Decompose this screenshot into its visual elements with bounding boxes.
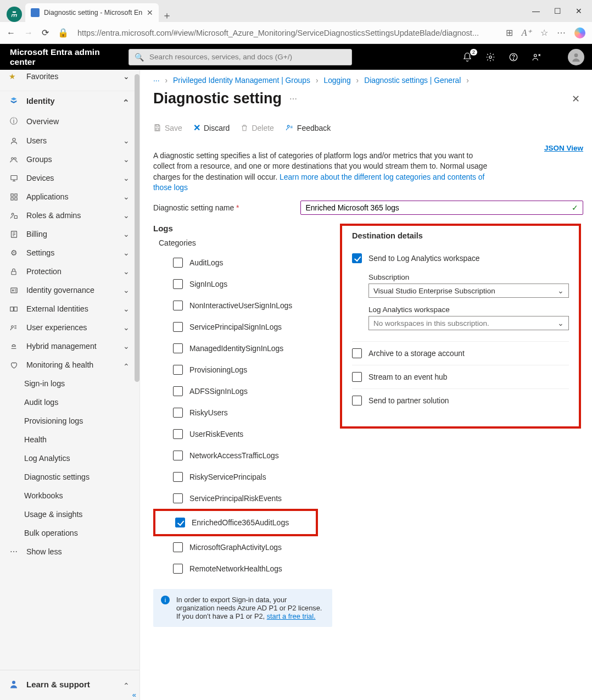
sidebar-scrollbar[interactable] [133, 70, 140, 394]
checkbox-RemoteNetworkHealthLogs[interactable] [173, 564, 183, 574]
checkbox-log-analytics[interactable] [352, 253, 362, 263]
sidebar-sub-bulk-operations[interactable]: Bulk operations [0, 524, 139, 542]
sidebar-item-applications[interactable]: Applications⌄ [0, 187, 139, 206]
browser-menu-icon[interactable]: ⋯ [557, 27, 566, 38]
sidebar-sub-log-analytics[interactable]: Log Analytics [0, 449, 139, 468]
log-category-RiskyUsers[interactable]: RiskyUsers [153, 402, 340, 423]
sidebar-sub-usage-insights[interactable]: Usage & insights [0, 505, 139, 524]
sidebar-collapse-icon[interactable]: « [132, 691, 136, 699]
tab-close-icon[interactable]: ✕ [147, 8, 153, 17]
dest-archive-storage[interactable]: Archive to a storage account [352, 342, 569, 365]
checkbox-eventhub[interactable] [352, 372, 362, 382]
json-view-link[interactable]: JSON View [544, 144, 583, 152]
log-category-UserRiskEvents[interactable]: UserRiskEvents [153, 423, 340, 445]
breadcrumb-link-logging[interactable]: Logging [323, 76, 350, 85]
notifications-icon[interactable]: 2 [462, 52, 472, 62]
sidebar-section-identity[interactable]: Identity [0, 91, 139, 111]
blade-close-icon[interactable]: ✕ [572, 93, 580, 105]
checkbox-AuditLogs[interactable] [173, 258, 183, 268]
checkbox-ADFSSignInLogs[interactable] [173, 386, 183, 396]
log-category-ServicePrincipalSignInLogs[interactable]: ServicePrincipalSignInLogs [153, 316, 340, 337]
checkbox-NonInteractiveUserSignInLogs[interactable] [173, 301, 183, 310]
sidebar-sub-audit-logs[interactable]: Audit logs [0, 393, 139, 412]
sidebar-item-userexp[interactable]: User experiences⌄ [0, 318, 139, 337]
help-icon[interactable] [509, 52, 518, 62]
checkbox-ProvisioningLogs[interactable] [173, 365, 183, 375]
workspace-dropdown[interactable]: No workspaces in this subscription.⌄ [368, 316, 569, 330]
discard-button[interactable]: ✕Discard [193, 123, 230, 133]
sidebar-sub-health[interactable]: Health [0, 430, 139, 449]
checkbox-ManagedIdentitySignInLogs[interactable] [173, 343, 183, 353]
sidebar-sub-signin-logs[interactable]: Sign-in logs [0, 374, 139, 393]
checkbox-ServicePrincipalSignInLogs[interactable] [173, 322, 183, 332]
sidebar-item-devices[interactable]: Devices⌄ [0, 169, 139, 187]
setting-name-input[interactable] [305, 204, 572, 212]
sidebar-sub-workbooks[interactable]: Workbooks [0, 486, 139, 505]
title-more-icon[interactable]: ⋯ [289, 95, 297, 103]
log-category-NonInteractiveUserSignInLogs[interactable]: NonInteractiveUserSignInLogs [153, 295, 340, 316]
sidebar-item-groups[interactable]: Groups⌄ [0, 150, 139, 169]
feedback-person-icon[interactable] [532, 52, 541, 62]
log-category-EnrichedOffice365AuditLogs[interactable]: EnrichedOffice365AuditLogs [153, 509, 318, 536]
log-category-NetworkAccessTrafficLogs[interactable]: NetworkAccessTrafficLogs [153, 445, 340, 466]
sidebar-item-users[interactable]: Users⌄ [0, 131, 139, 150]
window-close-icon[interactable]: ✕ [576, 7, 582, 15]
dest-log-analytics[interactable]: Send to Log Analytics workspace [352, 247, 569, 265]
user-avatar[interactable] [568, 49, 584, 65]
browser-refresh-icon[interactable]: ⟳ [42, 27, 49, 38]
sidebar-item-roles[interactable]: Roles & admins⌄ [0, 206, 139, 225]
breadcrumb-overflow[interactable]: ··· [153, 76, 160, 85]
log-category-RiskyServicePrincipals[interactable]: RiskyServicePrincipals [153, 466, 340, 487]
window-minimize-icon[interactable]: — [532, 7, 540, 15]
favorites-star-icon[interactable]: ☆ [540, 27, 548, 38]
copilot-icon[interactable] [574, 27, 585, 38]
checkbox-EnrichedOffice365AuditLogs[interactable] [175, 518, 185, 527]
log-category-RemoteNetworkHealthLogs[interactable]: RemoteNetworkHealthLogs [153, 558, 340, 579]
sidebar-item-external[interactable]: External Identities⌄ [0, 299, 139, 318]
dest-partner[interactable]: Send to partner solution [352, 389, 569, 412]
read-aloud-icon[interactable]: A⁺ [522, 27, 532, 38]
log-category-MicrosoftGraphActivityLogs[interactable]: MicrosoftGraphActivityLogs [153, 536, 340, 558]
checkbox-MicrosoftGraphActivityLogs[interactable] [173, 542, 183, 552]
browser-tab-active[interactable]: Diagnostic setting - Microsoft En ✕ [25, 3, 159, 22]
browser-back-icon[interactable]: ← [7, 28, 15, 38]
sidebar-item-settings[interactable]: ⚙Settings⌄ [0, 243, 139, 262]
checkbox-archive[interactable] [352, 348, 362, 358]
log-category-ManagedIdentitySignInLogs[interactable]: ManagedIdentitySignInLogs [153, 337, 340, 359]
start-trial-link[interactable]: start a free trial. [267, 612, 316, 620]
feedback-button[interactable]: Feedback [285, 124, 331, 132]
log-category-AuditLogs[interactable]: AuditLogs [153, 252, 340, 273]
sidebar-item-billing[interactable]: Billing⌄ [0, 225, 139, 243]
sidebar-item-monitoring[interactable]: Monitoring & health [0, 355, 139, 374]
browser-profile-badge[interactable] [7, 7, 22, 22]
checkbox-RiskyServicePrincipals[interactable] [173, 472, 183, 482]
setting-name-input-wrap[interactable]: ✓ [300, 201, 583, 215]
log-category-ServicePrincipalRiskEvents[interactable]: ServicePrincipalRiskEvents [153, 487, 340, 509]
new-tab-button[interactable]: ＋ [159, 9, 175, 22]
checkbox-SignInLogs[interactable] [173, 279, 183, 289]
global-search-input[interactable] [149, 53, 346, 61]
site-info-lock-icon[interactable]: 🔒 [58, 27, 69, 38]
checkbox-UserRiskEvents[interactable] [173, 429, 183, 439]
sidebar-item-protection[interactable]: Protection⌄ [0, 262, 139, 281]
log-category-ADFSSignInLogs[interactable]: ADFSSignInLogs [153, 380, 340, 402]
sidebar-item-favorites[interactable]: ★Favorites⌄ [0, 71, 139, 86]
checkbox-ServicePrincipalRiskEvents[interactable] [173, 493, 183, 503]
sidebar-learn-support[interactable]: Learn & support [0, 670, 139, 700]
sidebar-item-governance[interactable]: Identity governance⌄ [0, 281, 139, 299]
checkbox-partner[interactable] [352, 396, 362, 405]
settings-gear-icon[interactable] [485, 52, 495, 62]
checkbox-NetworkAccessTrafficLogs[interactable] [173, 451, 183, 460]
dest-event-hub[interactable]: Stream to an event hub [352, 365, 569, 389]
subscription-dropdown[interactable]: Visual Studio Enterprise Subscription⌄ [368, 284, 569, 298]
global-search[interactable]: 🔍 [129, 49, 352, 65]
extensions-icon[interactable]: ⊞ [506, 27, 513, 38]
checkbox-RiskyUsers[interactable] [173, 408, 183, 418]
sidebar-item-hybrid[interactable]: Hybrid management⌄ [0, 337, 139, 355]
window-maximize-icon[interactable]: ☐ [554, 7, 561, 15]
breadcrumb-link-diag[interactable]: Diagnostic settings | General [364, 76, 461, 85]
sidebar-show-less[interactable]: ⋯Show less [0, 542, 139, 561]
log-category-ProvisioningLogs[interactable]: ProvisioningLogs [153, 359, 340, 380]
breadcrumb-link-pim[interactable]: Privileged Identity Management | Groups [173, 76, 310, 85]
sidebar-item-overview[interactable]: ⓘOverview [0, 111, 139, 131]
